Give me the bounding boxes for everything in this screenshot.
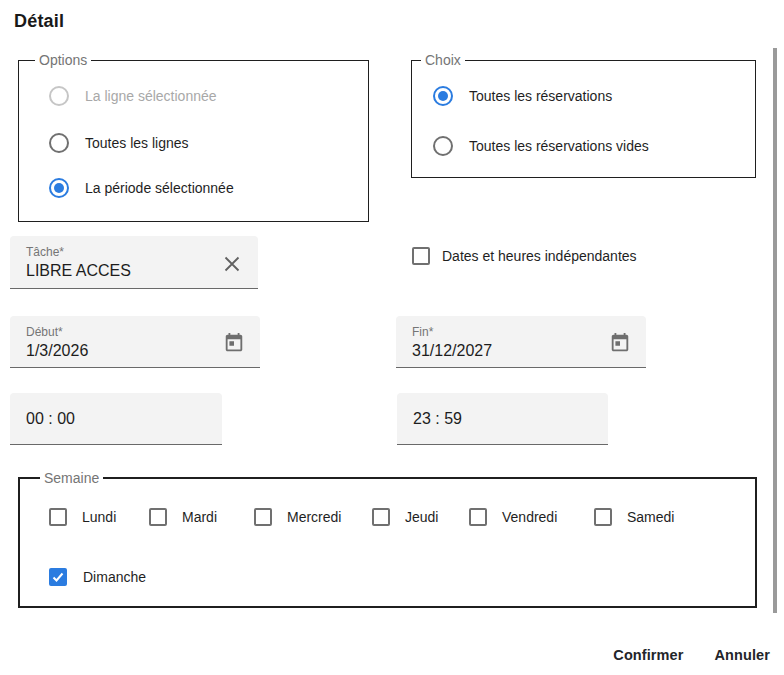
radio-icon (49, 86, 69, 106)
vertical-scrollbar[interactable] (773, 48, 777, 613)
start-datepicker-toggle[interactable] (222, 331, 246, 355)
start-time-field[interactable]: 00 : 00 (10, 393, 222, 445)
checkbox-icon (469, 508, 487, 526)
radio-all-reservations[interactable]: Toutes les réservations (433, 86, 612, 106)
end-time-value: 23 : 59 (413, 410, 462, 428)
cancel-button[interactable]: Annuler (713, 645, 772, 665)
checkbox-label: Lundi (82, 509, 116, 525)
task-field[interactable]: Tâche* LIBRE ACCES (10, 236, 258, 289)
choice-legend: Choix (421, 52, 465, 69)
start-date-label: Début* (26, 325, 63, 339)
checkbox-friday[interactable]: Vendredi (469, 508, 557, 526)
radio-all-lines[interactable]: Toutes les lignes (49, 133, 189, 153)
end-date-value: 31/12/2027 (412, 342, 492, 360)
checkmark-icon (51, 570, 65, 584)
checkbox-label: Mercredi (287, 509, 341, 525)
start-date-value: 1/3/2026 (26, 342, 88, 360)
clear-task-button[interactable] (220, 252, 244, 276)
checkbox-monday[interactable]: Lundi (49, 508, 116, 526)
checkbox-icon (412, 247, 430, 265)
end-date-field[interactable]: Fin* 31/12/2027 (396, 316, 646, 368)
week-legend: Semaine (40, 470, 103, 487)
radio-label: Toutes les réservations (469, 88, 612, 104)
checkbox-label: Dimanche (83, 569, 146, 585)
radio-empty-reservations[interactable]: Toutes les réservations vides (433, 136, 649, 156)
radio-icon (433, 136, 453, 156)
radio-selected-period[interactable]: La période sélectionnée (49, 178, 234, 198)
task-field-value: LIBRE ACCES (26, 262, 131, 280)
checkbox-saturday[interactable]: Samedi (594, 508, 674, 526)
checkbox-icon (372, 508, 390, 526)
checkbox-icon (254, 508, 272, 526)
dialog-actions: Confirmer Annuler (611, 645, 772, 665)
checkbox-icon (149, 508, 167, 526)
radio-label: La ligne sélectionnée (85, 88, 217, 104)
checkbox-icon (49, 508, 67, 526)
radio-label: La période sélectionnée (85, 180, 234, 196)
start-time-value: 00 : 00 (26, 410, 75, 428)
confirm-button[interactable]: Confirmer (611, 645, 685, 665)
detail-dialog: Détail Options La ligne sélectionnée Tou… (0, 0, 784, 675)
week-checkbox-group: Semaine Lundi Mardi Mercredi Jeudi Vendr… (18, 477, 757, 608)
checkbox-sunday[interactable]: Dimanche (49, 568, 146, 586)
calendar-icon (223, 332, 245, 354)
checkbox-icon (594, 508, 612, 526)
radio-label: Toutes les réservations vides (469, 138, 649, 154)
independent-dates-checkbox[interactable]: Dates et heures indépendantes (412, 247, 637, 265)
task-field-label: Tâche* (26, 245, 64, 259)
radio-icon-checked (49, 178, 69, 198)
calendar-icon (609, 332, 631, 354)
checkbox-wednesday[interactable]: Mercredi (254, 508, 341, 526)
checkbox-thursday[interactable]: Jeudi (372, 508, 438, 526)
options-radio-group: Options La ligne sélectionnée Toutes les… (18, 60, 369, 222)
radio-selected-line[interactable]: La ligne sélectionnée (49, 86, 217, 106)
checkbox-label: Vendredi (502, 509, 557, 525)
radio-label: Toutes les lignes (85, 135, 189, 151)
checkbox-tuesday[interactable]: Mardi (149, 508, 217, 526)
end-time-field[interactable]: 23 : 59 (397, 393, 608, 445)
checkbox-label: Dates et heures indépendantes (442, 248, 637, 264)
options-legend: Options (35, 52, 91, 69)
end-datepicker-toggle[interactable] (608, 331, 632, 355)
start-date-field[interactable]: Début* 1/3/2026 (10, 316, 260, 368)
choice-radio-group: Choix Toutes les réservations Toutes les… (411, 60, 756, 178)
radio-icon-checked (433, 86, 453, 106)
checkbox-label: Mardi (182, 509, 217, 525)
close-icon (223, 255, 241, 273)
end-date-label: Fin* (412, 325, 433, 339)
checkbox-checked-icon (49, 568, 67, 586)
page-title: Détail (14, 11, 64, 32)
radio-icon (49, 133, 69, 153)
checkbox-label: Jeudi (405, 509, 438, 525)
checkbox-label: Samedi (627, 509, 674, 525)
